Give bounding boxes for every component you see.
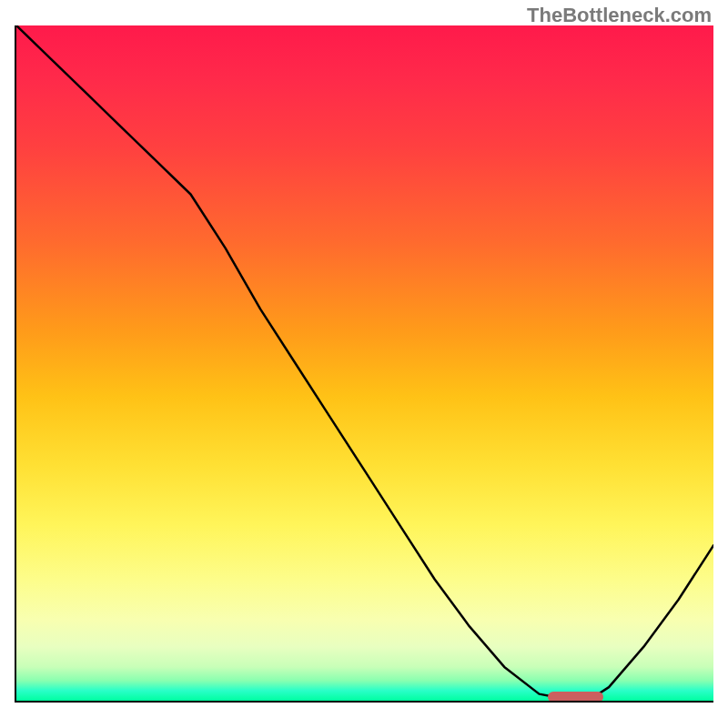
watermark-text: TheBottleneck.com [527,4,712,27]
optimal-range-marker [548,692,603,703]
chart-plot-area [15,25,713,703]
chart-curve [16,25,713,701]
